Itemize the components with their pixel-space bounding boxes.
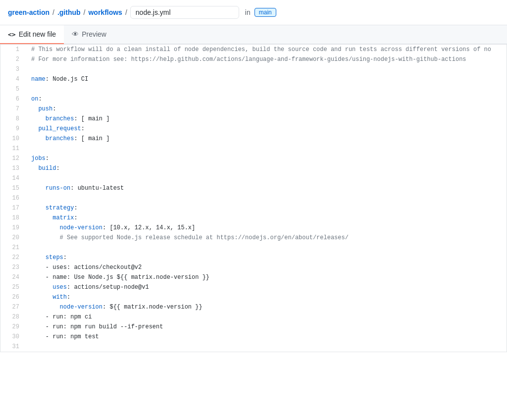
line-number: 29	[0, 322, 25, 332]
table-row: 28 - run: npm ci	[0, 312, 507, 322]
line-number: 8	[0, 114, 25, 124]
line-content: - run: npm ci	[25, 312, 507, 322]
line-number: 14	[0, 173, 25, 183]
line-number: 16	[0, 193, 25, 203]
table-row: 2# For more information see: https://hel…	[0, 54, 507, 64]
table-row: 10 branches: [ main ]	[0, 134, 507, 144]
line-number: 22	[0, 253, 25, 262]
line-content: with:	[25, 292, 507, 302]
line-number: 3	[0, 64, 25, 74]
line-number: 23	[0, 262, 25, 272]
tab-bar: <> Edit new file 👁 Preview	[0, 25, 507, 44]
tab-edit[interactable]: <> Edit new file	[0, 25, 64, 44]
line-content: node-version: ${{ matrix.node-version }}	[25, 302, 507, 312]
line-content: name: Node.js CI	[25, 74, 507, 84]
table-row: 13 build:	[0, 163, 507, 173]
editor-container[interactable]: 1# This workflow will do a clean install…	[0, 44, 507, 352]
table-row: 4name: Node.js CI	[0, 74, 507, 84]
table-row: 12jobs:	[0, 154, 507, 163]
tab-preview-label: Preview	[82, 30, 106, 38]
line-content: jobs:	[25, 154, 507, 163]
code-table: 1# This workflow will do a clean install…	[0, 45, 507, 352]
line-content: strategy:	[25, 203, 507, 213]
breadcrumb-sep1: /	[52, 8, 54, 16]
table-row: 8 branches: [ main ]	[0, 114, 507, 124]
line-number: 6	[0, 94, 25, 104]
table-row: 11	[0, 144, 507, 154]
line-content: uses: actions/setup-node@v1	[25, 282, 507, 292]
line-content: steps:	[25, 253, 507, 262]
breadcrumb-folder2[interactable]: workflows	[88, 8, 122, 16]
table-row: 23 - uses: actions/checkout@v2	[0, 262, 507, 272]
table-row: 22 steps:	[0, 253, 507, 262]
line-number: 31	[0, 342, 25, 352]
in-label: in	[245, 8, 251, 16]
line-content	[25, 64, 507, 74]
line-number: 27	[0, 302, 25, 312]
table-row: 31	[0, 342, 507, 352]
line-content	[25, 173, 507, 183]
line-number: 19	[0, 223, 25, 233]
line-content	[25, 144, 507, 154]
table-row: 3	[0, 64, 507, 74]
line-number: 5	[0, 84, 25, 94]
line-content: node-version: [10.x, 12.x, 14.x, 15.x]	[25, 223, 507, 233]
line-content: - uses: actions/checkout@v2	[25, 262, 507, 272]
line-content: push:	[25, 104, 507, 114]
breadcrumb: green-action / .github / workflows / in …	[0, 0, 507, 25]
table-row: 21	[0, 243, 507, 253]
line-content: # For more information see: https://help…	[25, 54, 507, 64]
filename-input[interactable]	[130, 6, 239, 19]
line-number: 2	[0, 54, 25, 64]
line-content: - name: Use Node.js ${{ matrix.node-vers…	[25, 272, 507, 282]
table-row: 9 pull_request:	[0, 124, 507, 134]
line-content: - run: npm run build --if-present	[25, 322, 507, 332]
tab-edit-label: Edit new file	[19, 30, 56, 38]
line-content: on:	[25, 94, 507, 104]
table-row: 16	[0, 193, 507, 203]
line-content	[25, 84, 507, 94]
table-row: 1# This workflow will do a clean install…	[0, 45, 507, 54]
line-number: 17	[0, 203, 25, 213]
line-content	[25, 243, 507, 253]
line-content: matrix:	[25, 213, 507, 223]
table-row: 5	[0, 84, 507, 94]
line-content: branches: [ main ]	[25, 114, 507, 124]
eye-icon: 👁	[72, 30, 79, 38]
table-row: 20 # See supported Node.js release sched…	[0, 233, 507, 243]
line-content: branches: [ main ]	[25, 134, 507, 144]
line-content	[25, 342, 507, 352]
line-content: # See supported Node.js release schedule…	[25, 233, 507, 243]
line-content: # This workflow will do a clean install …	[25, 45, 507, 54]
table-row: 26 with:	[0, 292, 507, 302]
line-number: 15	[0, 183, 25, 193]
line-number: 10	[0, 134, 25, 144]
table-row: 25 uses: actions/setup-node@v1	[0, 282, 507, 292]
table-row: 15 runs-on: ubuntu-latest	[0, 183, 507, 193]
line-number: 18	[0, 213, 25, 223]
table-row: 18 matrix:	[0, 213, 507, 223]
line-number: 30	[0, 332, 25, 342]
line-number: 25	[0, 282, 25, 292]
table-row: 19 node-version: [10.x, 12.x, 14.x, 15.x…	[0, 223, 507, 233]
line-number: 13	[0, 163, 25, 173]
code-icon: <>	[8, 31, 16, 38]
line-number: 12	[0, 154, 25, 163]
breadcrumb-folder1[interactable]: .github	[57, 8, 81, 16]
tab-preview[interactable]: 👁 Preview	[64, 25, 114, 44]
line-content: runs-on: ubuntu-latest	[25, 183, 507, 193]
line-content: - run: npm test	[25, 332, 507, 342]
breadcrumb-repo[interactable]: green-action	[8, 8, 50, 16]
table-row: 29 - run: npm run build --if-present	[0, 322, 507, 332]
breadcrumb-sep3: /	[125, 8, 127, 16]
line-number: 11	[0, 144, 25, 154]
table-row: 27 node-version: ${{ matrix.node-version…	[0, 302, 507, 312]
table-row: 24 - name: Use Node.js ${{ matrix.node-v…	[0, 272, 507, 282]
table-row: 14	[0, 173, 507, 183]
table-row: 30 - run: npm test	[0, 332, 507, 342]
line-content: pull_request:	[25, 124, 507, 134]
line-number: 26	[0, 292, 25, 302]
line-number: 1	[0, 45, 25, 54]
line-content: build:	[25, 163, 507, 173]
breadcrumb-sep2: /	[84, 8, 86, 16]
